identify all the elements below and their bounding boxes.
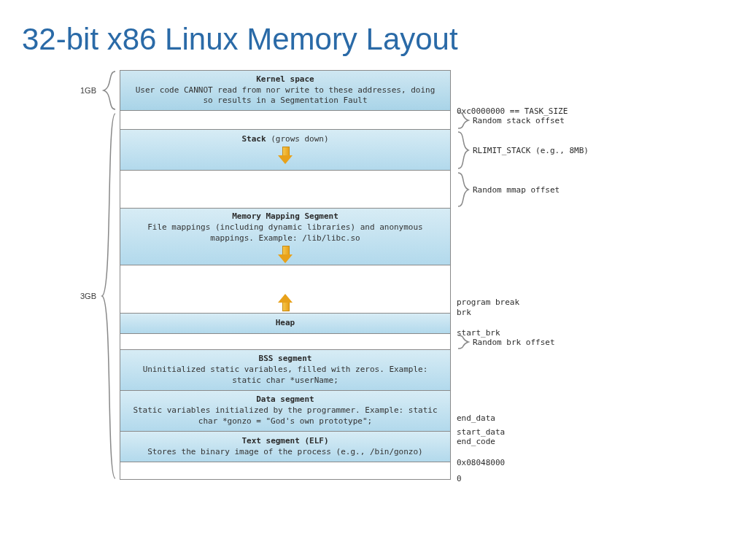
seg-kernel: Kernel space User code CANNOT read from … [120,70,451,111]
note-random-stack: Random stack offset [473,116,565,125]
note-end-data: end_data [457,413,495,423]
gap-bottom [120,462,451,480]
seg-bss: BSS segment Uninitialized static variabl… [120,350,451,391]
note-rlimit-stack: RLIMIT_STACK (e.g., 8MB) [473,146,589,155]
arrow-down-icon [278,246,293,262]
slide-title: 32-bit x86 Linux Memory Layout [22,22,747,57]
note-end-code: end_code [457,437,495,446]
arrow-up-icon [278,292,293,311]
gap-brk-offset [120,334,451,350]
note-random-mmap: Random mmap offset [473,185,560,195]
seg-stack: Stack (grows down) [120,130,451,171]
note-addr-text: 0x08048000 [457,458,505,467]
seg-data-title: Data segment [129,394,441,405]
seg-mmap-desc: File mappings (including dynamic librari… [129,222,441,244]
seg-text-title: Text segment (ELF) [129,436,441,447]
arrow-down-icon [278,147,293,166]
note-zero: 0 [457,474,462,483]
seg-text-desc: Stores the binary image of the process (… [129,447,441,458]
brace-user-size-label: 3GB [80,292,96,300]
brace-kernel-size-label: 1GB [80,86,96,95]
seg-kernel-title: Kernel space [129,74,441,85]
brace-user-size: 3GB [0,111,117,481]
note-start-data: start_data [457,427,505,437]
gap-stack-offset [120,111,451,130]
memory-column: Kernel space User code CANNOT read from … [120,70,451,480]
note-task-size: 0xc0000000 == TASK_SIZE [457,106,568,116]
note-brk: brk [457,308,471,317]
seg-text: Text segment (ELF) Stores the binary ima… [120,432,451,462]
seg-data: Data segment Static variables initialize… [120,391,451,432]
seg-mmap: Memory Mapping Segment File mappings (in… [120,209,451,265]
note-random-brk: Random brk offset [473,338,555,347]
seg-heap: Heap [120,314,451,334]
seg-data-desc: Static variables initialized by the prog… [129,405,441,427]
seg-stack-suffix: (grows down) [266,134,329,144]
seg-mmap-title: Memory Mapping Segment [129,211,441,222]
diagram-canvas: Kernel space User code CANNOT read from … [0,70,747,551]
brace-kernel-size: 1GB [0,70,117,111]
gap-heap-grow [120,265,451,314]
seg-bss-desc: Uninitialized static variables, filled w… [129,365,441,386]
seg-heap-title: Heap [129,318,441,329]
seg-stack-title: Stack [241,134,266,144]
note-program-break: program break [457,298,519,307]
seg-bss-title: BSS segment [129,354,441,365]
gap-mmap-offset [120,171,451,209]
seg-kernel-desc: User code CANNOT read from nor write to … [129,85,441,107]
